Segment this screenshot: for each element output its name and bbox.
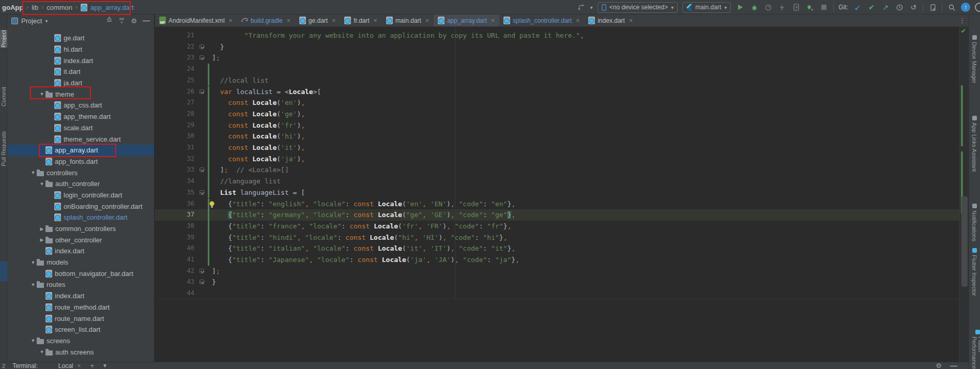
line-number[interactable]: 36 [155, 198, 194, 210]
code-line-42[interactable]: 42]; [155, 266, 959, 277]
tab-options-icon[interactable]: ⋮ [959, 17, 966, 24]
tool-strip-button-commit[interactable]: Commit [0, 87, 7, 106]
code-line-text[interactable] [212, 288, 959, 299]
editor-tab-build-gradle[interactable]: build.gradle× [237, 14, 295, 26]
code-line-text[interactable]: {"title": "italian", "locale": const Loc… [212, 243, 959, 254]
tab-close-icon[interactable]: × [425, 17, 429, 24]
device-selector[interactable]: <no device selected> ▾ [598, 2, 678, 13]
code-line-23[interactable]: 23]; [155, 52, 959, 64]
code-line-text[interactable]: const Locale('fr'), [212, 120, 959, 131]
code-line-30[interactable]: 30 const Locale('hi'), [155, 131, 959, 142]
hide-panel-icon[interactable]: — [143, 17, 150, 25]
code-line-44[interactable]: 44 [155, 288, 959, 299]
tree-folder-auth-screens[interactable]: ▼auth screens [7, 346, 154, 358]
tab-close-icon[interactable]: × [332, 17, 335, 24]
tree-folder-common_controllers[interactable]: ▶common_controllers [7, 223, 154, 235]
tree-folder-routes[interactable]: ▼routes [7, 279, 154, 290]
code-line-35[interactable]: 35 List languageList = [ [155, 187, 959, 198]
code-line-41[interactable]: 41 {"title": "Japanese", "locale": const… [155, 254, 959, 266]
tree-file-onBoarding_controller-dart[interactable]: onBoarding_controller.dart [7, 201, 154, 212]
profiler-button[interactable] [763, 2, 773, 13]
line-number[interactable]: 28 [155, 109, 194, 120]
tree-file-scale-dart[interactable]: scale.dart [7, 122, 154, 134]
code-line-34[interactable]: 34 //language list [155, 176, 959, 187]
inspections-ok-icon[interactable]: ✔ [961, 27, 966, 35]
tree-file-app_array-dart[interactable]: app_array.dart [7, 145, 154, 156]
tree-file-hi-dart[interactable]: hi.dart [7, 44, 154, 55]
line-number[interactable]: 35 [155, 187, 194, 198]
tab-close-icon[interactable]: × [491, 17, 495, 24]
terminal-hide-icon[interactable]: — [950, 362, 957, 369]
tree-file-route_method-dart[interactable]: route_method.dart [7, 302, 154, 313]
run-config-selector[interactable]: main.dart ▾ [682, 2, 731, 13]
tool-strip-button-app-links-assistant[interactable]: App Links Assistant [971, 116, 977, 172]
chevron-down-icon[interactable]: ▼ [29, 338, 37, 343]
tree-folder-controllers[interactable]: ▼controllers [7, 167, 154, 178]
code-line-text[interactable]: ]; // <Locale>[] [212, 164, 959, 176]
code-line-text[interactable]: const Locale('ja'), [212, 153, 959, 165]
tab-close-icon[interactable]: × [374, 17, 377, 24]
chevron-down-icon[interactable]: ▼ [102, 363, 108, 368]
editor-tab-index-dart[interactable]: index.dart× [584, 14, 637, 26]
code-line-38[interactable]: 38 {"title": "france", "locale": const L… [155, 221, 959, 232]
code-line-text[interactable]: List languageList = [ [212, 187, 959, 198]
scrollbar-thumb[interactable] [961, 196, 968, 287]
line-number[interactable]: 22 [155, 41, 194, 53]
tree-file-app_theme-dart[interactable]: app_theme.dart [7, 111, 154, 122]
history-icon[interactable] [895, 2, 904, 13]
chevron-down-icon[interactable]: ▼ [38, 181, 45, 187]
tree-file-theme_service-dart[interactable]: theme_service.dart [7, 133, 154, 145]
tree-file-bottom_navigator_bar-dart[interactable]: bottom_navigator_bar.dart [7, 268, 154, 279]
breadcrumb-item-common[interactable]: common [47, 4, 72, 11]
code-line-25[interactable]: 25 //local list [155, 75, 959, 86]
code-line-text[interactable]: } [212, 41, 959, 53]
line-number[interactable]: 24 [155, 64, 194, 75]
code-editor[interactable]: 21 "Transform your any website into an a… [155, 27, 959, 362]
fold-marker-icon[interactable] [200, 167, 204, 172]
tree-folder-auth_controller[interactable]: ▼auth_controller [7, 178, 154, 190]
new-terminal-icon[interactable]: + [90, 362, 95, 369]
tree-file-it-dart[interactable]: it.dart [7, 66, 154, 78]
code-line-text[interactable]: {"title": "english", "locale": const Loc… [212, 198, 959, 210]
code-line-text[interactable]: "Transform your any website into an appl… [212, 30, 959, 41]
flutter-attach-button[interactable] [805, 2, 815, 13]
code-line-text[interactable]: //local list [212, 75, 959, 86]
fold-marker-icon[interactable] [200, 269, 204, 273]
code-line-text[interactable]: const Locale('it'), [212, 142, 959, 153]
editor-scrollbar[interactable]: ✔ [959, 27, 969, 362]
git-update-button[interactable]: ↙ [853, 2, 862, 13]
tab-close-icon[interactable]: × [576, 17, 579, 24]
code-line-32[interactable]: 32 const Locale('ja'), [155, 153, 959, 165]
code-line-29[interactable]: 29 const Locale('fr'), [155, 120, 959, 131]
line-number[interactable]: 38 [155, 221, 194, 232]
fold-marker-icon[interactable] [200, 55, 204, 60]
tree-file-index-dart[interactable]: index.dart [7, 245, 154, 257]
tree-file-app_fonts-dart[interactable]: app_fonts.dart [7, 156, 154, 167]
fold-marker-icon[interactable] [200, 280, 204, 284]
breadcrumb-project[interactable]: goApp [2, 4, 23, 11]
fold-marker-icon[interactable] [200, 190, 204, 195]
tool-strip-button-pull-requests[interactable]: Pull Requests [0, 131, 7, 166]
code-line-text[interactable]: ]; [212, 52, 959, 64]
code-line-21[interactable]: 21 "Transform your any website into an a… [155, 30, 959, 41]
code-line-text[interactable]: {"title": "hindi", "locale": const Local… [212, 232, 959, 243]
tree-file-login_controller-dart[interactable]: login_controller.dart [7, 190, 154, 201]
code-line-39[interactable]: 39 {"title": "hindi", "locale": const Lo… [155, 232, 959, 243]
line-number[interactable]: 34 [155, 176, 194, 187]
breadcrumb-file[interactable]: app_array.dart [90, 4, 134, 11]
chevron-down-icon[interactable]: ▼ [29, 282, 37, 287]
code-line-26[interactable]: 26 var localList = <Locale>[ [155, 86, 959, 98]
terminal-settings-gear-icon[interactable]: ⚙ [936, 362, 942, 369]
line-number[interactable]: 27 [155, 97, 194, 109]
chevron-down-icon[interactable]: ▼ [38, 349, 45, 355]
editor-tab-AndroidManifest-xml[interactable]: MFAndroidManifest.xml× [155, 14, 237, 26]
line-number[interactable]: 29 [155, 120, 194, 131]
code-line-37[interactable]: 37 {"title": "germany", "locale": const … [155, 209, 959, 221]
tree-file-screen_list-dart[interactable]: screen_list.dart [7, 324, 154, 335]
terminal-tab-local[interactable]: Local [58, 362, 73, 369]
editor-tab-fr-dart[interactable]: fr.dart× [340, 14, 382, 26]
tree-file-index-dart[interactable]: index.dart [7, 290, 154, 302]
line-number[interactable]: 40 [155, 243, 194, 254]
ide-update-icon[interactable]: ↑ [961, 3, 970, 12]
line-number[interactable]: 26 [155, 86, 194, 98]
